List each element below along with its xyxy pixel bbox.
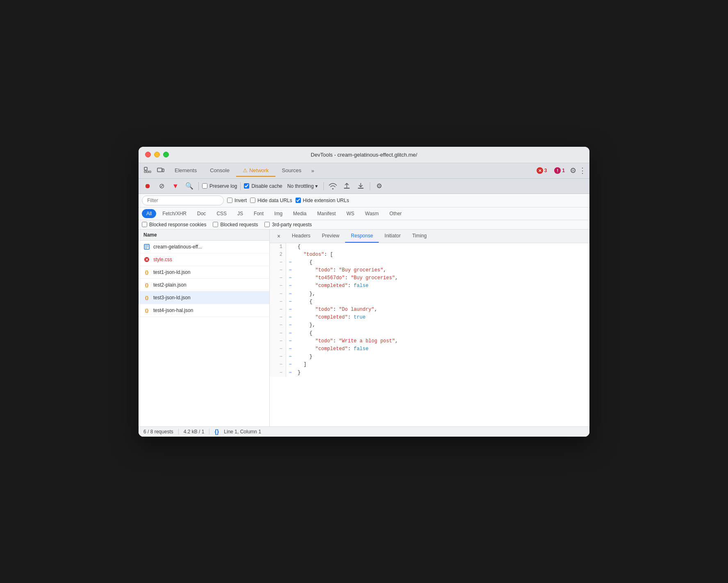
type-btn-js[interactable]: JS [233,209,248,218]
code-viewer[interactable]: 1 { 2 "todos": [ − − { [270,243,589,426]
inspect-element-icon[interactable] [142,165,153,176]
type-filter-bar: All Fetch/XHR Doc CSS JS Font Img Media … [139,207,589,220]
code-content: "todos": [ [294,251,336,259]
code-line: − − ] [270,361,589,369]
record-button[interactable]: ⏺ [142,180,153,192]
download-icon[interactable] [355,180,366,192]
invert-input[interactable] [227,198,232,203]
tab-headers[interactable]: Headers [286,230,316,243]
svg-rect-6 [344,188,350,189]
hide-data-urls-checkbox[interactable]: Hide data URLs [250,198,292,203]
collapse-arrow[interactable]: − [286,314,294,321]
file-list-header: Name [139,230,269,241]
blocked-cookies-input[interactable] [142,222,147,227]
preserve-log-checkbox[interactable]: Preserve log [202,183,237,189]
traffic-lights [145,152,169,157]
panel-tabs: × Headers Preview Response Initiator Tim… [270,230,589,243]
line-number: − [270,361,286,369]
type-btn-ws[interactable]: WS [342,209,359,218]
code-content: ] [294,361,310,369]
type-btn-wasm[interactable]: Wasm [361,209,384,218]
json-icon: {} [143,282,150,288]
collapse-arrow[interactable]: − [286,306,294,314]
devtools-more-icon[interactable]: ⋮ [579,166,586,175]
collapse-arrow[interactable]: − [286,274,294,282]
wifi-icon[interactable] [327,180,339,192]
preserve-log-input[interactable] [202,183,207,189]
json-format-icon[interactable]: {} [214,428,219,435]
tab-elements[interactable]: Elements [168,165,203,177]
filter-icon[interactable]: ▼ [170,180,181,192]
error-badge-warnings[interactable]: ! 1 [552,166,567,175]
device-toggle-icon[interactable] [155,165,166,176]
request-count: 6 / 8 requests [143,429,173,435]
collapse-arrow[interactable]: − [286,266,294,274]
network-settings-icon[interactable]: ⚙ [373,180,385,192]
type-btn-all[interactable]: All [142,209,156,218]
collapse-arrow[interactable]: − [286,321,294,329]
devtools-settings-icon[interactable]: ⚙ [570,166,576,175]
invert-checkbox[interactable]: Invert [227,198,247,203]
error-badge-errors[interactable]: ✕ 3 [534,166,550,175]
collapse-arrow[interactable]: − [286,330,294,337]
disable-cache-checkbox[interactable]: Disable cache [244,183,282,189]
third-party-checkbox[interactable]: 3rd-party requests [264,222,312,228]
file-item-test1[interactable]: {} test1-json-ld.json [139,266,269,279]
close-button[interactable] [145,152,151,157]
type-btn-css[interactable]: CSS [212,209,231,218]
collapse-arrow[interactable]: − [286,369,294,377]
maximize-button[interactable] [163,152,169,157]
type-btn-media[interactable]: Media [289,209,311,218]
tab-console[interactable]: Console [203,165,236,177]
collapse-arrow[interactable]: − [286,290,294,298]
file-item-style[interactable]: ✕ style.css [139,253,269,266]
code-content: "todo": "Do laundry", [294,306,380,314]
line-number: − [270,337,286,345]
collapse-arrow[interactable]: − [286,337,294,345]
file-item-cream[interactable]: cream-gelatinous-eff... [139,241,269,253]
tab-response[interactable]: Response [345,230,379,243]
file-list: Name cream-gelatinous-eff... [139,230,270,426]
collapse-arrow[interactable]: − [286,361,294,369]
tab-initiator[interactable]: Initiator [379,230,406,243]
disable-cache-input[interactable] [244,183,249,189]
file-item-test4[interactable]: {} test4-json-hal.json [139,304,269,317]
status-separator [209,429,209,435]
tab-timing[interactable]: Timing [406,230,432,243]
type-btn-doc[interactable]: Doc [193,209,210,218]
clear-button[interactable]: ⊘ [156,180,167,192]
close-panel-button[interactable]: × [273,230,284,242]
collapse-arrow[interactable]: − [286,259,294,266]
tab-sources[interactable]: Sources [275,165,308,177]
tab-more[interactable]: » [308,165,317,176]
type-btn-fetch-xhr[interactable]: Fetch/XHR [158,209,191,218]
throttle-select[interactable]: No throttling ▾ [285,182,321,190]
collapse-arrow[interactable]: − [286,282,294,290]
devtools-window: DevTools - cream-gelatinous-effect.glitc… [139,147,589,437]
collapse-arrow[interactable]: − [286,345,294,353]
transfer-size: 4.2 kB / 1 [184,429,205,435]
search-icon[interactable]: 🔍 [184,180,195,192]
tab-network[interactable]: ⚠ Network [236,165,275,177]
upload-icon[interactable] [341,180,353,192]
collapse-arrow[interactable]: − [286,298,294,306]
type-btn-font[interactable]: Font [249,209,268,218]
hide-data-urls-input[interactable] [250,198,255,203]
blocked-requests-checkbox[interactable]: Blocked requests [213,222,258,228]
file-item-test2[interactable]: {} test2-plain.json [139,279,269,292]
filter-input[interactable] [142,196,224,205]
third-party-input[interactable] [264,222,270,227]
blocked-requests-input[interactable] [213,222,218,227]
hide-extension-urls-checkbox[interactable]: Hide extension URLs [296,198,349,203]
title-bar: DevTools - cream-gelatinous-effect.glitc… [139,147,589,163]
code-line: − − "to4567do": "Buy groceries", [270,274,589,282]
file-item-test3[interactable]: {} test3-json-ld.json [139,292,269,304]
collapse-arrow[interactable]: − [286,353,294,361]
blocked-cookies-checkbox[interactable]: Blocked response cookies [142,222,206,228]
type-btn-img[interactable]: Img [270,209,287,218]
minimize-button[interactable] [154,152,160,157]
hide-extension-urls-input[interactable] [296,198,301,203]
tab-preview[interactable]: Preview [316,230,345,243]
type-btn-manifest[interactable]: Manifest [313,209,340,218]
type-btn-other[interactable]: Other [385,209,406,218]
